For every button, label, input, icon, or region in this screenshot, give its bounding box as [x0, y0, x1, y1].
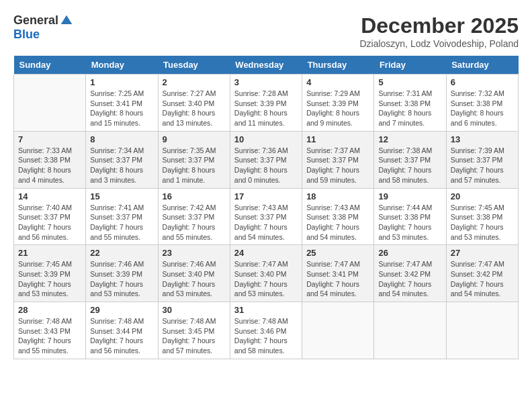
day-number: 15 [90, 191, 153, 201]
day-number: 29 [90, 305, 153, 315]
calendar-cell: 14Sunrise: 7:40 AM Sunset: 3:37 PM Dayli… [14, 188, 86, 245]
day-number: 21 [18, 248, 81, 258]
day-number: 12 [378, 134, 441, 144]
weekday-header-wednesday: Wednesday [230, 56, 302, 75]
weekday-header-thursday: Thursday [302, 56, 374, 75]
calendar-cell: 3Sunrise: 7:28 AM Sunset: 3:39 PM Daylig… [230, 75, 302, 132]
day-number: 6 [451, 77, 514, 87]
day-info: Sunrise: 7:25 AM Sunset: 3:41 PM Dayligh… [90, 89, 153, 128]
calendar-cell: 21Sunrise: 7:45 AM Sunset: 3:39 PM Dayli… [14, 245, 86, 302]
logo-icon [60, 14, 73, 28]
day-info: Sunrise: 7:36 AM Sunset: 3:37 PM Dayligh… [234, 146, 298, 185]
calendar-cell [446, 302, 518, 359]
calendar-cell: 26Sunrise: 7:47 AM Sunset: 3:42 PM Dayli… [374, 245, 446, 302]
day-number: 7 [18, 134, 81, 144]
day-info: Sunrise: 7:43 AM Sunset: 3:38 PM Dayligh… [306, 203, 369, 242]
day-number: 2 [163, 77, 226, 87]
day-info: Sunrise: 7:48 AM Sunset: 3:45 PM Dayligh… [163, 316, 226, 356]
weekday-header-sunday: Sunday [14, 56, 86, 75]
calendar-cell: 31Sunrise: 7:48 AM Sunset: 3:46 PM Dayli… [230, 302, 302, 359]
day-number: 27 [451, 248, 514, 258]
calendar-cell: 16Sunrise: 7:42 AM Sunset: 3:37 PM Dayli… [158, 188, 230, 245]
day-info: Sunrise: 7:41 AM Sunset: 3:37 PM Dayligh… [90, 203, 153, 242]
day-number: 31 [234, 305, 298, 315]
calendar-cell: 18Sunrise: 7:43 AM Sunset: 3:38 PM Dayli… [302, 188, 374, 245]
day-info: Sunrise: 7:33 AM Sunset: 3:38 PM Dayligh… [18, 146, 81, 185]
logo: General Blue [13, 13, 73, 42]
calendar-week-3: 14Sunrise: 7:40 AM Sunset: 3:37 PM Dayli… [14, 188, 519, 245]
day-number: 11 [306, 134, 369, 144]
calendar-cell [14, 75, 86, 132]
day-info: Sunrise: 7:47 AM Sunset: 3:42 PM Dayligh… [378, 259, 441, 299]
calendar-cell: 17Sunrise: 7:43 AM Sunset: 3:37 PM Dayli… [230, 188, 302, 245]
day-number: 16 [163, 191, 226, 201]
day-info: Sunrise: 7:48 AM Sunset: 3:46 PM Dayligh… [234, 316, 298, 356]
day-number: 28 [18, 305, 81, 315]
calendar-week-5: 28Sunrise: 7:48 AM Sunset: 3:43 PM Dayli… [14, 302, 519, 359]
day-number: 17 [234, 191, 298, 201]
day-number: 14 [18, 191, 81, 201]
calendar-week-4: 21Sunrise: 7:45 AM Sunset: 3:39 PM Dayli… [14, 245, 519, 302]
day-info: Sunrise: 7:31 AM Sunset: 3:38 PM Dayligh… [378, 89, 441, 128]
day-info: Sunrise: 7:45 AM Sunset: 3:39 PM Dayligh… [18, 259, 81, 299]
day-info: Sunrise: 7:37 AM Sunset: 3:37 PM Dayligh… [306, 146, 369, 185]
calendar-cell: 27Sunrise: 7:47 AM Sunset: 3:42 PM Dayli… [446, 245, 518, 302]
day-number: 8 [90, 134, 153, 144]
calendar-cell: 20Sunrise: 7:45 AM Sunset: 3:38 PM Dayli… [446, 188, 518, 245]
calendar-cell: 6Sunrise: 7:32 AM Sunset: 3:38 PM Daylig… [446, 75, 518, 132]
calendar-cell: 11Sunrise: 7:37 AM Sunset: 3:37 PM Dayli… [302, 131, 374, 188]
day-number: 4 [306, 77, 369, 87]
day-info: Sunrise: 7:44 AM Sunset: 3:38 PM Dayligh… [378, 203, 441, 242]
day-number: 25 [306, 248, 369, 258]
calendar-cell: 22Sunrise: 7:46 AM Sunset: 3:39 PM Dayli… [86, 245, 158, 302]
location: Dzialoszyn, Lodz Voivodeship, Poland [359, 38, 519, 49]
weekday-header-friday: Friday [374, 56, 446, 75]
month-title: December 2025 [359, 13, 519, 38]
day-number: 19 [378, 191, 441, 201]
calendar-cell: 5Sunrise: 7:31 AM Sunset: 3:38 PM Daylig… [374, 75, 446, 132]
day-info: Sunrise: 7:48 AM Sunset: 3:44 PM Dayligh… [90, 316, 153, 356]
calendar-week-1: 1Sunrise: 7:25 AM Sunset: 3:41 PM Daylig… [14, 75, 519, 132]
calendar-cell: 2Sunrise: 7:27 AM Sunset: 3:40 PM Daylig… [158, 75, 230, 132]
day-info: Sunrise: 7:47 AM Sunset: 3:40 PM Dayligh… [234, 259, 298, 299]
calendar-cell: 15Sunrise: 7:41 AM Sunset: 3:37 PM Dayli… [86, 188, 158, 245]
day-number: 1 [90, 77, 153, 87]
day-info: Sunrise: 7:39 AM Sunset: 3:37 PM Dayligh… [451, 146, 514, 185]
calendar-week-2: 7Sunrise: 7:33 AM Sunset: 3:38 PM Daylig… [14, 131, 519, 188]
calendar-cell: 1Sunrise: 7:25 AM Sunset: 3:41 PM Daylig… [86, 75, 158, 132]
day-info: Sunrise: 7:45 AM Sunset: 3:38 PM Dayligh… [451, 203, 514, 242]
calendar-table: SundayMondayTuesdayWednesdayThursdayFrid… [13, 56, 519, 359]
day-info: Sunrise: 7:35 AM Sunset: 3:37 PM Dayligh… [163, 146, 226, 185]
day-info: Sunrise: 7:27 AM Sunset: 3:40 PM Dayligh… [163, 89, 226, 128]
calendar-cell: 7Sunrise: 7:33 AM Sunset: 3:38 PM Daylig… [14, 131, 86, 188]
calendar-cell: 23Sunrise: 7:46 AM Sunset: 3:40 PM Dayli… [158, 245, 230, 302]
day-number: 30 [163, 305, 226, 315]
calendar-cell: 12Sunrise: 7:38 AM Sunset: 3:37 PM Dayli… [374, 131, 446, 188]
day-info: Sunrise: 7:47 AM Sunset: 3:41 PM Dayligh… [306, 259, 369, 299]
day-info: Sunrise: 7:28 AM Sunset: 3:39 PM Dayligh… [234, 89, 298, 128]
logo-blue: Blue [13, 28, 40, 42]
day-number: 26 [378, 248, 441, 258]
calendar-cell: 13Sunrise: 7:39 AM Sunset: 3:37 PM Dayli… [446, 131, 518, 188]
day-info: Sunrise: 7:46 AM Sunset: 3:39 PM Dayligh… [90, 259, 153, 299]
calendar-cell [374, 302, 446, 359]
day-number: 23 [163, 248, 226, 258]
day-info: Sunrise: 7:48 AM Sunset: 3:43 PM Dayligh… [18, 316, 81, 356]
calendar-cell: 28Sunrise: 7:48 AM Sunset: 3:43 PM Dayli… [14, 302, 86, 359]
calendar-cell: 29Sunrise: 7:48 AM Sunset: 3:44 PM Dayli… [86, 302, 158, 359]
svg-marker-0 [61, 15, 73, 24]
day-info: Sunrise: 7:42 AM Sunset: 3:37 PM Dayligh… [163, 203, 226, 242]
calendar-cell: 9Sunrise: 7:35 AM Sunset: 3:37 PM Daylig… [158, 131, 230, 188]
weekday-header-tuesday: Tuesday [158, 56, 230, 75]
day-number: 18 [306, 191, 369, 201]
day-info: Sunrise: 7:29 AM Sunset: 3:39 PM Dayligh… [306, 89, 369, 128]
day-info: Sunrise: 7:34 AM Sunset: 3:37 PM Dayligh… [90, 146, 153, 185]
calendar-cell: 10Sunrise: 7:36 AM Sunset: 3:37 PM Dayli… [230, 131, 302, 188]
day-info: Sunrise: 7:47 AM Sunset: 3:42 PM Dayligh… [451, 259, 514, 299]
page-header: General Blue December 2025 Dzialoszyn, L… [13, 13, 519, 49]
day-info: Sunrise: 7:43 AM Sunset: 3:37 PM Dayligh… [234, 203, 298, 242]
day-info: Sunrise: 7:32 AM Sunset: 3:38 PM Dayligh… [451, 89, 514, 128]
day-number: 13 [451, 134, 514, 144]
day-number: 9 [163, 134, 226, 144]
day-info: Sunrise: 7:38 AM Sunset: 3:37 PM Dayligh… [378, 146, 441, 185]
